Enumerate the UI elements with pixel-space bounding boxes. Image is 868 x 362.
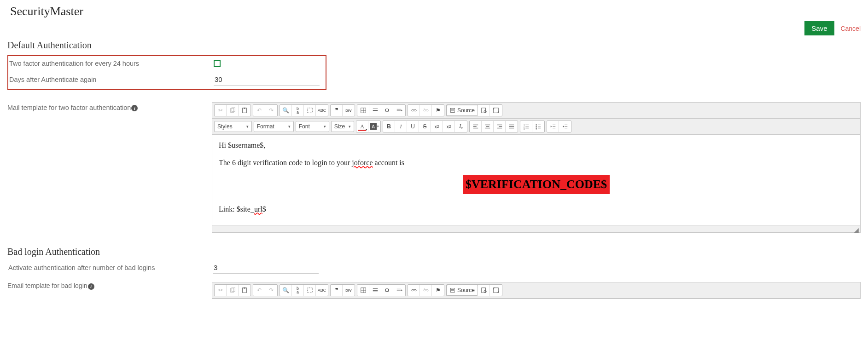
align-center-icon[interactable] (482, 121, 494, 132)
svg-text:3: 3 (523, 128, 524, 130)
bullet-list-icon[interactable] (532, 121, 544, 132)
editor-toolbar-row-2: Styles▾ Format▾ Font▾ Size▾ A▾ A▾ B I U … (212, 119, 860, 135)
page-break-icon[interactable] (393, 105, 405, 116)
special-char-icon[interactable]: Ω (381, 285, 393, 296)
table-icon[interactable] (357, 105, 369, 116)
maximize-icon[interactable] (490, 105, 502, 116)
action-bar: Save Cancel (7, 21, 861, 35)
svg-point-72 (414, 290, 416, 292)
remove-format-icon[interactable]: Ix (455, 121, 467, 132)
align-right-icon[interactable] (494, 121, 506, 132)
hr-icon[interactable] (369, 105, 381, 116)
spellcheck-icon[interactable]: ABC (316, 285, 328, 296)
default-auth-highlight-box: Two factor authentication for every 24 h… (7, 55, 326, 90)
svg-rect-4 (307, 108, 312, 113)
source-button[interactable]: Source (447, 285, 478, 296)
copy-icon[interactable] (227, 285, 239, 296)
source-button[interactable]: Source (447, 105, 478, 116)
svg-rect-19 (451, 109, 455, 113)
tfa-24h-checkbox[interactable] (214, 60, 221, 67)
info-icon[interactable]: i (88, 283, 94, 290)
numbered-list-icon[interactable]: 123 (520, 121, 532, 132)
unlink-icon[interactable] (420, 285, 432, 296)
redo-icon[interactable]: ↷ (265, 285, 277, 296)
svg-marker-53 (563, 126, 564, 127)
font-dropdown[interactable]: Font▾ (296, 121, 329, 132)
preview-icon[interactable] (478, 105, 490, 116)
subscript-icon[interactable]: x2 (431, 121, 443, 132)
replace-icon[interactable]: ba (292, 285, 304, 296)
styles-dropdown[interactable]: Styles▾ (214, 121, 252, 132)
select-all-icon[interactable] (304, 285, 316, 296)
verification-code-placeholder: $VERIFICATION_CODE$ (463, 175, 610, 194)
svg-rect-76 (451, 288, 455, 293)
align-left-icon[interactable] (470, 121, 482, 132)
svg-point-14 (411, 109, 414, 111)
link-icon[interactable] (408, 285, 420, 296)
svg-rect-24 (494, 108, 499, 113)
bg-color-icon[interactable]: A▾ (368, 121, 380, 132)
div-icon[interactable]: DIV (343, 285, 355, 296)
svg-point-45 (536, 126, 537, 128)
cancel-link[interactable]: Cancel (840, 25, 861, 32)
copy-icon[interactable] (227, 105, 239, 116)
bad-login-count-input[interactable] (213, 262, 319, 274)
cut-icon[interactable]: ✂ (215, 105, 227, 116)
mail-template-label: Mail template for two factor authenticat… (7, 102, 212, 111)
svg-rect-61 (307, 288, 312, 293)
indent-icon[interactable] (559, 121, 571, 132)
preview-icon[interactable] (478, 285, 490, 296)
section-heading-bad-login: Bad login Authentication (7, 247, 861, 257)
svg-marker-49 (550, 126, 552, 127)
spellcheck-icon[interactable]: ABC (316, 105, 328, 116)
find-icon[interactable]: 🔍 (280, 285, 292, 296)
italic-icon[interactable]: I (395, 121, 407, 132)
info-icon[interactable]: i (131, 105, 138, 111)
svg-rect-81 (494, 288, 499, 293)
select-all-icon[interactable] (304, 105, 316, 116)
strike-icon[interactable]: S (419, 121, 431, 132)
anchor-icon[interactable]: ⚑ (432, 285, 444, 296)
days-after-input[interactable] (214, 74, 320, 86)
svg-line-18 (424, 109, 428, 113)
superscript-icon[interactable]: x2 (443, 121, 455, 132)
align-justify-icon[interactable] (506, 121, 518, 132)
paste-icon[interactable] (239, 285, 250, 296)
page-break-icon[interactable] (393, 285, 405, 296)
bad-login-email-template-label: Email template for bad logini (7, 282, 212, 289)
svg-point-80 (484, 290, 486, 293)
find-icon[interactable]: 🔍 (280, 105, 292, 116)
div-icon[interactable]: DIV (343, 105, 355, 116)
undo-icon[interactable]: ↶ (253, 105, 265, 116)
resize-grip-icon[interactable]: ◢ (854, 226, 859, 232)
size-dropdown[interactable]: Size▾ (331, 121, 354, 132)
paste-icon[interactable] (239, 105, 250, 116)
link-icon[interactable] (408, 105, 420, 116)
underline-icon[interactable]: U (407, 121, 419, 132)
cut-icon[interactable]: ✂ (215, 285, 227, 296)
svg-point-23 (484, 110, 486, 113)
svg-line-75 (424, 288, 428, 293)
text-color-icon[interactable]: A▾ (356, 121, 368, 132)
save-button[interactable]: Save (804, 21, 834, 35)
editor-footer: ◢ (212, 225, 860, 232)
svg-point-47 (536, 128, 537, 130)
editor-content-area[interactable]: Hi $username$, The 6 digit verification … (212, 135, 860, 225)
outdent-icon[interactable] (547, 121, 559, 132)
blockquote-icon[interactable]: ❞ (331, 105, 343, 116)
tfa-24h-label: Two factor authentication for every 24 h… (9, 60, 214, 67)
bad-login-email-editor: ✂ ↶ ↷ 🔍 ba ABC ❞ DIV Ω (212, 282, 861, 299)
editor2-toolbar-row-1: ✂ ↶ ↷ 🔍 ba ABC ❞ DIV Ω (212, 282, 860, 299)
maximize-icon[interactable] (490, 285, 502, 296)
redo-icon[interactable]: ↷ (265, 105, 277, 116)
replace-icon[interactable]: ba (292, 105, 304, 116)
undo-icon[interactable]: ↶ (253, 285, 265, 296)
special-char-icon[interactable]: Ω (381, 105, 393, 116)
unlink-icon[interactable] (420, 105, 432, 116)
table-icon[interactable] (357, 285, 369, 296)
anchor-icon[interactable]: ⚑ (432, 105, 444, 116)
format-dropdown[interactable]: Format▾ (254, 121, 294, 132)
hr-icon[interactable] (369, 285, 381, 296)
bold-icon[interactable]: B (383, 121, 395, 132)
blockquote-icon[interactable]: ❞ (331, 285, 343, 296)
